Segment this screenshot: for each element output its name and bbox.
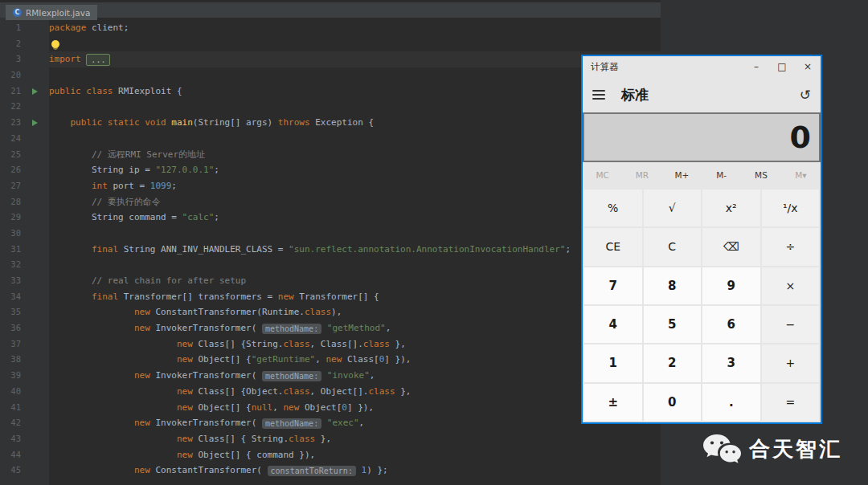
code-token: throws (278, 117, 315, 128)
calc-key-square[interactable]: x² (702, 190, 760, 226)
watermark-text: 合天智汇 (749, 435, 842, 463)
code-token: "invoke" (327, 370, 370, 381)
gutter-cell: 23 (0, 115, 49, 131)
code-token (321, 323, 327, 333)
code-token: class (305, 307, 331, 317)
code-token: String command = (49, 212, 182, 222)
calc-key-digit-2[interactable]: 2 (644, 344, 702, 381)
calc-key-clear-entry[interactable]: CE (584, 228, 642, 265)
calc-key-digit-0[interactable]: 0 (644, 384, 702, 421)
memory-button-memory-dropdown: M▾ (781, 170, 821, 180)
gutter-cell: 34 (0, 289, 49, 305)
tab-title: RMIexploit.java (26, 8, 90, 18)
code-token (49, 275, 92, 286)
calc-key-reciprocal[interactable]: ¹/x (762, 190, 820, 226)
code-token: new (134, 370, 156, 381)
line-number: 37 (0, 336, 21, 353)
parameter-hint[interactable]: constantToReturn: (268, 466, 356, 476)
calc-key-equals[interactable]: = (762, 384, 820, 421)
code-token (49, 197, 92, 207)
gutter-cell: 21 (0, 84, 49, 100)
code-token: import (49, 54, 86, 64)
calc-key-divide[interactable]: ÷ (762, 228, 820, 265)
folded-imports[interactable]: ... (86, 54, 110, 66)
calc-key-decimal[interactable]: . (702, 384, 760, 421)
calc-key-digit-6[interactable]: 6 (702, 306, 760, 343)
calc-key-clear[interactable]: C (644, 228, 702, 265)
line-number: 33 (0, 273, 21, 289)
calculator-keypad: %√x²¹/xCEC⌫÷789×456−123+±0.= (583, 188, 821, 422)
line-number: 42 (0, 415, 21, 431)
memory-button-memory-subtract[interactable]: M- (702, 170, 741, 180)
line-number: 2 (0, 36, 21, 52)
tab-rmiexploit-java[interactable]: C RMIexploit.java (6, 5, 97, 20)
code-token: , (370, 370, 375, 381)
code-token: new (177, 434, 199, 444)
code-token: class (368, 386, 395, 397)
calc-key-digit-4[interactable]: 4 (584, 306, 642, 343)
code-token (49, 117, 71, 128)
calc-key-percent[interactable]: % (584, 190, 642, 226)
code-token: client; (86, 22, 129, 33)
code-token: , Object[]. (310, 386, 369, 397)
gutter-icon-slot (21, 120, 49, 126)
code-token: String ANN_INV_HANDLER_CLASS = (124, 244, 289, 255)
calc-key-negate[interactable]: ± (584, 384, 642, 421)
code-token: class (363, 339, 390, 349)
watermark: 合天智汇 (702, 433, 842, 465)
code-token (49, 339, 177, 349)
calc-key-backspace[interactable]: ⌫ (702, 228, 760, 265)
code-token: , (359, 418, 365, 428)
calc-key-subtract[interactable]: − (762, 306, 820, 343)
code-token: ] }), (384, 354, 411, 365)
close-button[interactable]: × (795, 56, 821, 77)
run-icon[interactable] (32, 88, 38, 95)
code-token (321, 370, 327, 381)
calc-key-digit-1[interactable]: 1 (584, 344, 642, 381)
minimize-button[interactable]: – (743, 56, 769, 77)
memory-button-memory-add[interactable]: M+ (662, 170, 702, 180)
code-token: int (92, 181, 113, 191)
code-token: // 远程RMI Server的地址 (92, 149, 205, 160)
maximize-button[interactable]: □ (769, 56, 795, 77)
calc-key-add[interactable]: + (762, 344, 820, 381)
gutter-cell: 36 (0, 320, 49, 336)
calc-key-digit-9[interactable]: 9 (702, 267, 760, 304)
code-token: , (386, 323, 391, 333)
calc-key-multiply[interactable]: × (762, 267, 820, 304)
gutter-cell: 35 (0, 304, 49, 320)
memory-button-memory-store[interactable]: MS (741, 170, 780, 180)
calc-key-digit-8[interactable]: 8 (644, 267, 702, 304)
code-token: "exec" (327, 418, 359, 428)
code-token: ConstantTransformer( (155, 465, 267, 475)
line-number: 45 (0, 463, 21, 479)
intention-bulb-icon[interactable] (51, 40, 59, 48)
code-token: class (283, 339, 309, 349)
code-token: ; (565, 244, 571, 255)
parameter-hint[interactable]: methodName: (262, 418, 321, 429)
gutter-cell: 44 (0, 447, 49, 463)
run-icon[interactable] (32, 120, 38, 126)
code-token: }, (315, 434, 331, 444)
code-token: new (134, 418, 156, 428)
calc-key-digit-7[interactable]: 7 (584, 267, 642, 304)
gutter-cell: 2 (0, 36, 49, 52)
menu-icon[interactable] (592, 90, 605, 100)
gutter-cell: 20 (0, 67, 49, 84)
calculator-titlebar[interactable]: 计算器 – □ × (583, 56, 821, 77)
code-token: "calc" (182, 212, 215, 222)
gutter-cell: 32 (0, 257, 49, 273)
code-token: Object[] { command }), (198, 450, 315, 460)
calc-key-square-root[interactable]: √ (644, 190, 702, 226)
calculator-mode-label: 标准 (621, 86, 649, 104)
history-icon[interactable]: ↺ (800, 87, 811, 103)
gutter-cell: 45 (0, 463, 49, 479)
calc-key-digit-5[interactable]: 5 (644, 306, 702, 343)
calc-key-digit-3[interactable]: 3 (702, 344, 760, 381)
parameter-hint[interactable]: methodName: (262, 324, 321, 334)
parameter-hint[interactable]: methodName: (262, 371, 321, 381)
code-token (49, 434, 177, 444)
gutter-cell: 31 (0, 242, 49, 258)
code-token: new (177, 402, 199, 413)
gutter-cell: 37 (0, 336, 49, 353)
